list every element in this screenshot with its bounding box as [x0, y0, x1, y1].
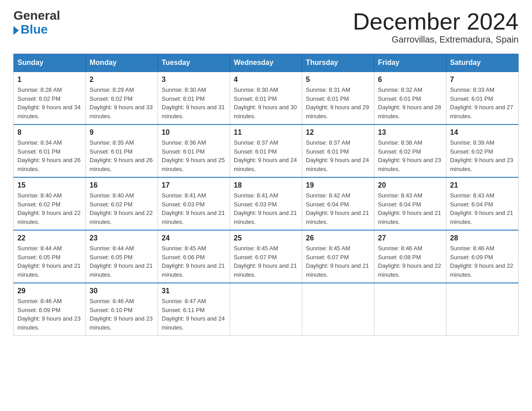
calendar-cell: 29Sunrise: 8:46 AMSunset: 6:09 PMDayligh…	[14, 283, 86, 336]
calendar-cell: 3Sunrise: 8:30 AMSunset: 6:01 PMDaylight…	[158, 72, 230, 124]
calendar-cell: 23Sunrise: 8:44 AMSunset: 6:05 PMDayligh…	[86, 230, 158, 283]
day-number: 9	[90, 128, 154, 137]
day-info: Sunrise: 8:42 AMSunset: 6:04 PMDaylight:…	[306, 191, 370, 226]
day-number: 17	[162, 181, 226, 189]
day-info: Sunrise: 8:30 AMSunset: 6:01 PMDaylight:…	[234, 86, 298, 120]
calendar-header: SundayMondayTuesdayWednesdayThursdayFrid…	[14, 54, 519, 72]
header-wednesday: Wednesday	[230, 54, 302, 72]
day-info: Sunrise: 8:46 AMSunset: 6:08 PMDaylight:…	[378, 244, 442, 279]
header-sunday: Sunday	[14, 54, 86, 72]
day-number: 26	[306, 234, 370, 242]
day-number: 5	[306, 76, 370, 84]
calendar-cell: 30Sunrise: 8:46 AMSunset: 6:10 PMDayligh…	[86, 283, 158, 336]
day-info: Sunrise: 8:45 AMSunset: 6:07 PMDaylight:…	[306, 244, 370, 279]
day-number: 7	[450, 76, 515, 84]
logo-general-text: General	[13, 9, 60, 23]
calendar-cell: 14Sunrise: 8:39 AMSunset: 6:02 PMDayligh…	[446, 124, 519, 177]
calendar-cell: 19Sunrise: 8:42 AMSunset: 6:04 PMDayligh…	[302, 177, 374, 230]
calendar-cell: 4Sunrise: 8:30 AMSunset: 6:01 PMDaylight…	[230, 72, 302, 124]
calendar-cell	[230, 283, 302, 336]
calendar-table: SundayMondayTuesdayWednesdayThursdayFrid…	[13, 54, 519, 336]
calendar-week-3: 15Sunrise: 8:40 AMSunset: 6:02 PMDayligh…	[14, 177, 519, 230]
calendar-cell: 31Sunrise: 8:47 AMSunset: 6:11 PMDayligh…	[158, 283, 230, 336]
calendar-cell: 18Sunrise: 8:41 AMSunset: 6:03 PMDayligh…	[230, 177, 302, 230]
header-friday: Friday	[374, 54, 446, 72]
day-info: Sunrise: 8:38 AMSunset: 6:02 PMDaylight:…	[378, 138, 442, 173]
calendar-cell: 1Sunrise: 8:28 AMSunset: 6:02 PMDaylight…	[14, 72, 86, 124]
month-title: December 2024	[353, 9, 519, 34]
header-tuesday: Tuesday	[158, 54, 230, 72]
day-info: Sunrise: 8:34 AMSunset: 6:01 PMDaylight:…	[17, 138, 82, 173]
calendar-cell: 12Sunrise: 8:37 AMSunset: 6:01 PMDayligh…	[302, 124, 374, 177]
day-info: Sunrise: 8:31 AMSunset: 6:01 PMDaylight:…	[306, 86, 370, 120]
day-info: Sunrise: 8:32 AMSunset: 6:01 PMDaylight:…	[378, 86, 442, 120]
calendar-cell: 25Sunrise: 8:45 AMSunset: 6:07 PMDayligh…	[230, 230, 302, 283]
location-subtitle: Garrovillas, Extremadura, Spain	[353, 34, 519, 45]
calendar-cell: 22Sunrise: 8:44 AMSunset: 6:05 PMDayligh…	[14, 230, 86, 283]
day-info: Sunrise: 8:44 AMSunset: 6:05 PMDaylight:…	[90, 244, 154, 279]
day-number: 3	[162, 76, 226, 84]
day-info: Sunrise: 8:39 AMSunset: 6:02 PMDaylight:…	[450, 138, 515, 173]
day-info: Sunrise: 8:46 AMSunset: 6:09 PMDaylight:…	[450, 244, 515, 279]
day-number: 29	[17, 287, 82, 295]
calendar-cell: 20Sunrise: 8:43 AMSunset: 6:04 PMDayligh…	[374, 177, 446, 230]
day-info: Sunrise: 8:30 AMSunset: 6:01 PMDaylight:…	[162, 86, 226, 120]
day-number: 10	[162, 128, 226, 137]
day-number: 18	[234, 181, 298, 189]
title-block: December 2024 Garrovillas, Extremadura, …	[353, 9, 519, 45]
calendar-cell	[374, 283, 446, 336]
calendar-cell: 17Sunrise: 8:41 AMSunset: 6:03 PMDayligh…	[158, 177, 230, 230]
day-number: 1	[17, 76, 82, 84]
calendar-week-5: 29Sunrise: 8:46 AMSunset: 6:09 PMDayligh…	[14, 283, 519, 336]
day-number: 14	[450, 128, 515, 137]
day-number: 23	[90, 234, 154, 242]
calendar-week-4: 22Sunrise: 8:44 AMSunset: 6:05 PMDayligh…	[14, 230, 519, 283]
header-row: SundayMondayTuesdayWednesdayThursdayFrid…	[14, 54, 519, 72]
day-number: 22	[17, 234, 82, 242]
logo-blue-text: Blue	[13, 23, 48, 37]
day-info: Sunrise: 8:46 AMSunset: 6:10 PMDaylight:…	[90, 297, 154, 332]
day-info: Sunrise: 8:41 AMSunset: 6:03 PMDaylight:…	[162, 191, 226, 226]
day-number: 8	[17, 128, 82, 137]
calendar-cell: 8Sunrise: 8:34 AMSunset: 6:01 PMDaylight…	[14, 124, 86, 177]
calendar-cell: 24Sunrise: 8:45 AMSunset: 6:06 PMDayligh…	[158, 230, 230, 283]
calendar-cell: 16Sunrise: 8:40 AMSunset: 6:02 PMDayligh…	[86, 177, 158, 230]
calendar-body: 1Sunrise: 8:28 AMSunset: 6:02 PMDaylight…	[14, 72, 519, 336]
calendar-cell: 13Sunrise: 8:38 AMSunset: 6:02 PMDayligh…	[374, 124, 446, 177]
calendar-cell: 5Sunrise: 8:31 AMSunset: 6:01 PMDaylight…	[302, 72, 374, 124]
day-number: 4	[234, 76, 298, 84]
day-info: Sunrise: 8:40 AMSunset: 6:02 PMDaylight:…	[90, 191, 154, 226]
day-info: Sunrise: 8:45 AMSunset: 6:07 PMDaylight:…	[234, 244, 298, 279]
day-info: Sunrise: 8:40 AMSunset: 6:02 PMDaylight:…	[17, 191, 82, 226]
day-number: 16	[90, 181, 154, 189]
day-number: 31	[162, 287, 226, 295]
day-number: 19	[306, 181, 370, 189]
day-info: Sunrise: 8:28 AMSunset: 6:02 PMDaylight:…	[17, 86, 82, 120]
day-info: Sunrise: 8:45 AMSunset: 6:06 PMDaylight:…	[162, 244, 226, 279]
header-thursday: Thursday	[302, 54, 374, 72]
day-info: Sunrise: 8:43 AMSunset: 6:04 PMDaylight:…	[450, 191, 515, 226]
day-info: Sunrise: 8:36 AMSunset: 6:01 PMDaylight:…	[162, 138, 226, 173]
day-info: Sunrise: 8:29 AMSunset: 6:02 PMDaylight:…	[90, 86, 154, 120]
calendar-cell: 11Sunrise: 8:37 AMSunset: 6:01 PMDayligh…	[230, 124, 302, 177]
day-number: 2	[90, 76, 154, 84]
day-number: 11	[234, 128, 298, 137]
calendar-cell: 7Sunrise: 8:33 AMSunset: 6:01 PMDaylight…	[446, 72, 519, 124]
day-info: Sunrise: 8:41 AMSunset: 6:03 PMDaylight:…	[234, 191, 298, 226]
calendar-week-1: 1Sunrise: 8:28 AMSunset: 6:02 PMDaylight…	[14, 72, 519, 124]
logo: General Blue	[13, 9, 60, 37]
calendar-cell: 6Sunrise: 8:32 AMSunset: 6:01 PMDaylight…	[374, 72, 446, 124]
day-number: 24	[162, 234, 226, 242]
day-number: 28	[450, 234, 515, 242]
day-info: Sunrise: 8:37 AMSunset: 6:01 PMDaylight:…	[234, 138, 298, 173]
day-info: Sunrise: 8:35 AMSunset: 6:01 PMDaylight:…	[90, 138, 154, 173]
calendar-cell: 15Sunrise: 8:40 AMSunset: 6:02 PMDayligh…	[14, 177, 86, 230]
day-info: Sunrise: 8:47 AMSunset: 6:11 PMDaylight:…	[162, 297, 226, 332]
calendar-cell: 2Sunrise: 8:29 AMSunset: 6:02 PMDaylight…	[86, 72, 158, 124]
calendar-cell: 21Sunrise: 8:43 AMSunset: 6:04 PMDayligh…	[446, 177, 519, 230]
day-number: 20	[378, 181, 442, 189]
day-info: Sunrise: 8:33 AMSunset: 6:01 PMDaylight:…	[450, 86, 515, 120]
day-number: 12	[306, 128, 370, 137]
day-info: Sunrise: 8:46 AMSunset: 6:09 PMDaylight:…	[17, 297, 82, 332]
day-info: Sunrise: 8:37 AMSunset: 6:01 PMDaylight:…	[306, 138, 370, 173]
